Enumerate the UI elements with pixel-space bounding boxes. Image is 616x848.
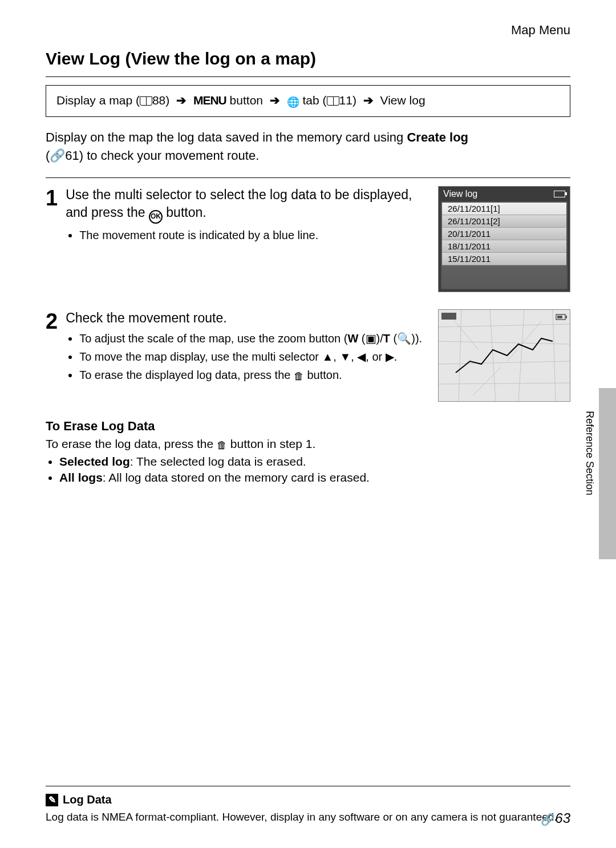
opt1-label: Selected log bbox=[59, 455, 130, 468]
note-title: Log Data bbox=[63, 793, 112, 806]
svg-rect-1 bbox=[441, 313, 456, 320]
magnify-icon: 🔍 bbox=[397, 332, 411, 345]
step1-title-b: button. bbox=[163, 205, 206, 220]
opt2-text: : All log data stored on the memory card… bbox=[103, 471, 370, 484]
svg-rect-4 bbox=[566, 316, 567, 318]
b3a: To erase the displayed log data, press t… bbox=[79, 369, 294, 381]
navigation-path-box: Display a map (88) ➔ MENU button ➔ 🌐 tab… bbox=[46, 85, 570, 117]
list-item: 20/11/2011 bbox=[442, 228, 566, 240]
note-body: Log data is NMEA format-compliant. Howev… bbox=[46, 810, 570, 825]
page-number: 🔗63 bbox=[541, 810, 570, 826]
note-box: ✎ Log Data Log data is NMEA format-compl… bbox=[46, 786, 570, 825]
arrow-icon: ➔ bbox=[363, 94, 374, 107]
list-blank bbox=[442, 265, 566, 288]
intro-b: ) to check your movement route. bbox=[79, 148, 259, 163]
header-category: Map Menu bbox=[46, 23, 570, 38]
nav-ref2: 11 bbox=[339, 94, 352, 107]
camera-screen-view-log: View log 26/11/2011[1] 26/11/2011[2] 20/… bbox=[438, 186, 570, 292]
erase-line: To erase the log data, press the 🗑 butto… bbox=[46, 437, 570, 451]
b3b: button. bbox=[304, 369, 342, 381]
step2-bullet: To adjust the scale of the map, use the … bbox=[79, 330, 430, 346]
section-tab bbox=[599, 388, 616, 559]
link-icon: 🔗 bbox=[50, 148, 65, 163]
list-item: 18/11/2011 bbox=[442, 240, 566, 253]
step-2: 2 Check the movement route. To adjust th… bbox=[46, 309, 570, 402]
book-icon bbox=[327, 96, 339, 106]
erase-section: To Erase Log Data To erase the log data,… bbox=[46, 419, 570, 484]
camera-screen-map bbox=[438, 309, 570, 402]
intro-rule bbox=[46, 177, 570, 178]
step-1-title: Use the multi selector to select the log… bbox=[66, 186, 430, 224]
list-item: 26/11/2011[2] bbox=[442, 215, 566, 228]
b1end: ). bbox=[415, 332, 422, 345]
intro-a: Display on the map the log data saved in… bbox=[46, 130, 407, 144]
ok-button-icon: OK bbox=[149, 210, 163, 224]
erase-b: button in step 1. bbox=[227, 437, 315, 450]
wide-icon: ▣ bbox=[366, 332, 376, 345]
arrow-icon: ➔ bbox=[176, 94, 187, 107]
title-rule bbox=[46, 76, 570, 77]
page-num-text: 63 bbox=[555, 810, 570, 826]
svg-rect-0 bbox=[439, 310, 570, 401]
step-number: 1 bbox=[46, 186, 58, 292]
svg-rect-3 bbox=[557, 316, 562, 318]
step1-bullet: The movement route is indicated by a blu… bbox=[79, 227, 430, 243]
b1a: To adjust the scale of the map, use the … bbox=[79, 332, 347, 345]
opt2-label: All logs bbox=[59, 471, 103, 484]
list-item: 15/11/2011 bbox=[442, 253, 566, 265]
nav-ref1: 88 bbox=[152, 94, 165, 107]
erase-a: To erase the log data, press the bbox=[46, 437, 217, 450]
t-key: T bbox=[383, 332, 390, 345]
step2-bullet: To move the map display, use the multi s… bbox=[79, 349, 430, 365]
menu-label: MENU bbox=[193, 94, 226, 107]
lcd-log-list: 26/11/2011[1] 26/11/2011[2] 20/11/2011 1… bbox=[441, 201, 568, 289]
step-1: 1 Use the multi selector to select the l… bbox=[46, 186, 570, 292]
erase-option: All logs: All log data stored on the mem… bbox=[59, 471, 570, 484]
footer: ✎ Log Data Log data is NMEA format-compl… bbox=[46, 786, 570, 825]
globe-icon: 🌐 bbox=[287, 96, 299, 108]
opt1-text: : The selected log data is erased. bbox=[130, 455, 306, 468]
erase-option: Selected log: The selected log data is e… bbox=[59, 455, 570, 469]
nav-button-word: button bbox=[226, 94, 266, 107]
nav-end: View log bbox=[380, 94, 425, 107]
nav-text: Display a map ( bbox=[56, 94, 140, 107]
w-key: W bbox=[347, 332, 358, 345]
trash-icon: 🗑 bbox=[217, 439, 227, 451]
intro-ref: 61 bbox=[65, 148, 79, 163]
lcd-title: View log bbox=[443, 189, 477, 199]
link-icon: 🔗 bbox=[541, 813, 555, 826]
arrow-icon: ➔ bbox=[270, 94, 280, 107]
section-tab-label: Reference Section bbox=[583, 411, 595, 495]
step-number: 2 bbox=[46, 309, 58, 402]
step2-bullet: To erase the displayed log data, press t… bbox=[79, 367, 430, 383]
step-2-title: Check the movement route. bbox=[66, 309, 430, 327]
step1-title-a: Use the multi selector to select the log… bbox=[66, 187, 412, 220]
intro-bold: Create log bbox=[407, 130, 468, 144]
pencil-icon: ✎ bbox=[46, 794, 58, 806]
battery-icon bbox=[554, 191, 565, 197]
book-icon bbox=[140, 96, 152, 106]
intro-text: Display on the map the log data saved in… bbox=[46, 128, 570, 165]
page-title: View Log (View the log on a map) bbox=[46, 49, 570, 68]
list-item: 26/11/2011[1] bbox=[442, 203, 566, 215]
trash-icon: 🗑 bbox=[294, 369, 304, 383]
nav-tab-word: tab ( bbox=[299, 94, 327, 107]
erase-heading: To Erase Log Data bbox=[46, 419, 570, 434]
